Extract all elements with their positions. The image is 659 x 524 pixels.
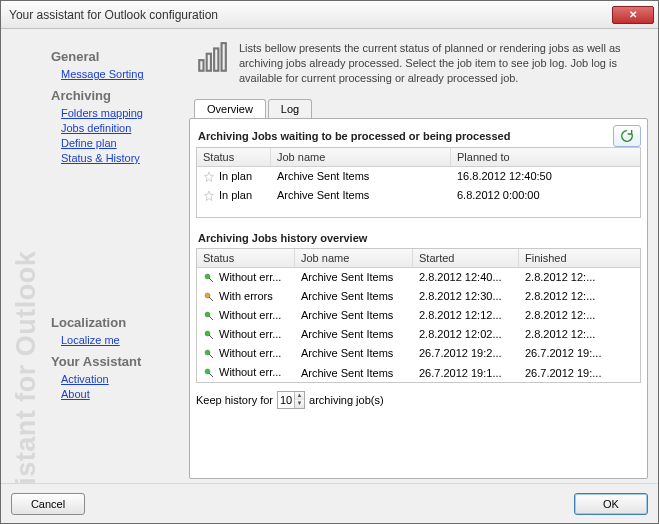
nav-header-general: General <box>51 49 181 64</box>
started-cell: 2.8.2012 12:12... <box>413 307 519 323</box>
spin-down-button[interactable]: ▼ <box>294 400 304 408</box>
dialog-window: Your assistant for Outlook configuration… <box>0 0 659 524</box>
refresh-button[interactable] <box>613 125 641 147</box>
col-finished[interactable]: Finished <box>519 249 640 267</box>
pin-icon <box>203 310 215 322</box>
window-title: Your assistant for Outlook configuration <box>9 8 612 22</box>
planned-cell: 16.8.2012 12:40:50 <box>451 168 640 184</box>
pending-grid-header: Status Job name Planned to <box>197 148 640 167</box>
nav-link-activation[interactable]: Activation <box>61 373 181 385</box>
job-name-cell: Archive Sent Items <box>295 288 413 304</box>
close-icon: ✕ <box>629 9 637 20</box>
cancel-button[interactable]: Cancel <box>11 493 85 515</box>
pin-icon <box>203 272 215 284</box>
close-button[interactable]: ✕ <box>612 6 654 24</box>
dialog-body: Your Assistant for Outlook General Messa… <box>1 29 658 483</box>
pin-icon <box>203 367 215 379</box>
history-jobs-title: Archiving Jobs history overview <box>198 232 639 244</box>
table-row[interactable]: Without err...Archive Sent Items2.8.2012… <box>197 325 640 344</box>
col-started[interactable]: Started <box>413 249 519 267</box>
col-status[interactable]: Status <box>197 249 295 267</box>
nav-header-localization: Localization <box>51 315 181 330</box>
job-name-cell: Archive Sent Items <box>295 345 413 361</box>
nav-link-status-history[interactable]: Status & History <box>61 152 181 164</box>
nav-header-archiving: Archiving <box>51 88 181 103</box>
intro-row: Lists bellow presents the current status… <box>189 37 648 96</box>
started-cell: 26.7.2012 19:1... <box>413 365 519 381</box>
table-row[interactable]: In planArchive Sent Items16.8.2012 12:40… <box>197 167 640 186</box>
col-status[interactable]: Status <box>197 148 271 166</box>
status-cell: In plan <box>219 189 252 201</box>
nav-header-your-assistant: Your Assistant <box>51 354 181 369</box>
pin-icon <box>203 291 215 303</box>
title-bar: Your assistant for Outlook configuration… <box>1 1 658 29</box>
nav-link-message-sorting[interactable]: Message Sorting <box>61 68 181 80</box>
dialog-footer: Cancel OK <box>1 483 658 523</box>
svg-line-13 <box>209 354 213 358</box>
keep-history-input[interactable] <box>278 394 294 406</box>
table-row[interactable]: Without err...Archive Sent Items26.7.201… <box>197 363 640 382</box>
svg-rect-0 <box>199 60 203 71</box>
status-cell: In plan <box>219 170 252 182</box>
status-cell: Without err... <box>219 347 281 359</box>
chart-bars-icon <box>195 41 229 86</box>
started-cell: 26.7.2012 19:2... <box>413 345 519 361</box>
col-job-name[interactable]: Job name <box>295 249 413 267</box>
star-icon <box>203 190 215 202</box>
star-icon <box>203 171 215 183</box>
spin-up-button[interactable]: ▲ <box>294 392 304 400</box>
started-cell: 2.8.2012 12:02... <box>413 326 519 342</box>
job-name-cell: Archive Sent Items <box>295 269 413 285</box>
started-cell: 2.8.2012 12:30... <box>413 288 519 304</box>
keep-history-spinner[interactable]: ▲ ▼ <box>277 391 305 409</box>
svg-line-7 <box>209 297 213 301</box>
tab-container: Overview Log Archiving Jobs waiting to b… <box>189 118 648 479</box>
svg-line-11 <box>209 335 213 339</box>
pending-jobs-title: Archiving Jobs waiting to be processed o… <box>198 130 510 142</box>
svg-rect-3 <box>222 43 226 71</box>
nav-link-jobs-definition[interactable]: Jobs definition <box>61 122 181 134</box>
ok-button[interactable]: OK <box>574 493 648 515</box>
status-cell: Without err... <box>219 328 281 340</box>
status-cell: With errors <box>219 290 273 302</box>
finished-cell: 2.8.2012 12:... <box>519 326 640 342</box>
finished-cell: 2.8.2012 12:... <box>519 269 640 285</box>
table-row[interactable]: Without err...Archive Sent Items2.8.2012… <box>197 306 640 325</box>
history-grid-header: Status Job name Started Finished <box>197 249 640 268</box>
svg-line-9 <box>209 316 213 320</box>
tab-strip: Overview Log <box>194 99 314 118</box>
job-name-cell: Archive Sent Items <box>295 307 413 323</box>
table-row[interactable]: With errorsArchive Sent Items2.8.2012 12… <box>197 287 640 306</box>
tab-overview[interactable]: Overview <box>194 99 266 118</box>
table-row[interactable]: In planArchive Sent Items6.8.2012 0:00:0… <box>197 186 640 205</box>
keep-history-suffix: archiving job(s) <box>309 394 384 406</box>
started-cell: 2.8.2012 12:40... <box>413 269 519 285</box>
pin-icon <box>203 348 215 360</box>
intro-text: Lists bellow presents the current status… <box>239 41 642 86</box>
svg-rect-2 <box>214 48 218 70</box>
nav-link-define-plan[interactable]: Define plan <box>61 137 181 149</box>
svg-line-5 <box>209 278 213 282</box>
main-panel: Lists bellow presents the current status… <box>189 37 648 479</box>
nav-link-localize-me[interactable]: Localize me <box>61 334 181 346</box>
table-row[interactable]: Without err...Archive Sent Items26.7.201… <box>197 344 640 363</box>
col-job-name[interactable]: Job name <box>271 148 451 166</box>
table-row[interactable]: Without err...Archive Sent Items2.8.2012… <box>197 268 640 287</box>
nav-link-folders-mapping[interactable]: Folders mapping <box>61 107 181 119</box>
job-name-cell: Archive Sent Items <box>271 187 451 203</box>
status-cell: Without err... <box>219 309 281 321</box>
pending-jobs-grid: Status Job name Planned to In planArchiv… <box>196 147 641 218</box>
nav-link-about[interactable]: About <box>61 388 181 400</box>
finished-cell: 26.7.2012 19:... <box>519 365 640 381</box>
tab-log[interactable]: Log <box>268 99 312 118</box>
refresh-icon <box>619 128 635 144</box>
finished-cell: 26.7.2012 19:... <box>519 345 640 361</box>
svg-line-15 <box>209 373 213 377</box>
keep-history-row: Keep history for ▲ ▼ archiving job(s) <box>196 391 641 409</box>
finished-cell: 2.8.2012 12:... <box>519 307 640 323</box>
job-name-cell: Archive Sent Items <box>295 365 413 381</box>
status-cell: Without err... <box>219 271 281 283</box>
status-cell: Without err... <box>219 366 281 378</box>
finished-cell: 2.8.2012 12:... <box>519 288 640 304</box>
col-planned-to[interactable]: Planned to <box>451 148 640 166</box>
